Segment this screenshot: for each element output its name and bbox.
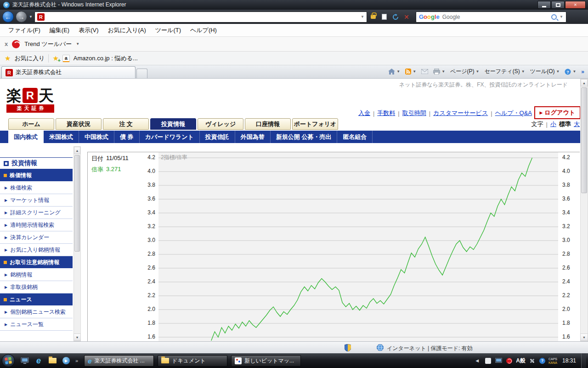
chart-plot-area[interactable]: 2指標/倍率 [158, 152, 558, 341]
minimize-button[interactable] [537, 1, 551, 9]
nav-bonds[interactable]: 債 券 [114, 131, 140, 143]
quick-launch-ie-icon[interactable]: e [33, 355, 44, 366]
nav-anonymous-partnership[interactable]: 匿名組合 [337, 131, 373, 143]
sidebar-item-stock-news-search[interactable]: ▶個別銘柄ニュース検索 [0, 306, 73, 318]
command-bar-overflow-chevron[interactable]: » [581, 69, 584, 75]
safety-menu[interactable]: セーフティ(S)▼ [485, 68, 525, 75]
nav-china-stocks[interactable]: 中国株式 [79, 131, 114, 143]
start-button[interactable] [1, 354, 15, 368]
quick-launch-overflow-chevron[interactable]: » [75, 358, 78, 363]
menu-tools[interactable]: ツール(T) [151, 26, 186, 34]
menu-view[interactable]: 表示(V) [74, 26, 103, 34]
forward-button[interactable]: → [16, 11, 27, 23]
tools-menu[interactable]: ツール(O)▼ [530, 68, 560, 75]
compatibility-view-icon[interactable] [380, 12, 389, 22]
address-field[interactable]: R ▼ [34, 12, 367, 23]
nav-forex[interactable]: 外国為替 [235, 131, 271, 143]
page-vertical-scrollbar[interactable]: ▲ ▼ [580, 79, 588, 341]
taskbar-button-documents[interactable]: ドキュメント [158, 355, 227, 367]
tab-home[interactable]: ホーム [8, 118, 54, 130]
close-button[interactable]: × [565, 1, 586, 9]
tab-assets[interactable]: 資産状況 [56, 118, 102, 130]
address-input[interactable] [47, 13, 358, 21]
stop-button[interactable]: ✕ [402, 12, 411, 22]
scroll-up-arrow[interactable]: ▲ [581, 79, 588, 86]
sidebar-item-screening[interactable]: ▶詳細スクリーニング [0, 207, 73, 219]
quick-launch-desktop-icon[interactable] [19, 355, 30, 366]
link-customer-service[interactable]: カスタマーサービス [433, 109, 488, 117]
tray-expand-chevron[interactable]: ◀ [475, 358, 479, 363]
taskbar-button-ie[interactable]: e 楽天証券株式会社 ... [84, 355, 154, 367]
taskbar-clock[interactable]: 18:31 [562, 357, 576, 364]
ime-help-icon[interactable]: ? [539, 358, 545, 364]
tab-portfolio[interactable]: ポートフォリオ [292, 118, 338, 130]
trend-toolbar-label[interactable]: Trend ツールバー [24, 40, 72, 48]
tab-village[interactable]: ヴィレッジ [198, 118, 243, 130]
scroll-down-arrow[interactable]: ▼ [580, 334, 588, 341]
link-trading-hours[interactable]: 取引時間 [402, 109, 426, 117]
menu-help[interactable]: ヘルプ(H) [186, 26, 221, 34]
font-size-small[interactable]: 小 [550, 120, 556, 128]
recent-pages-dropdown[interactable]: ▼ [29, 15, 33, 19]
font-size-normal[interactable]: 標準 [559, 120, 571, 128]
show-desktop-button[interactable] [581, 353, 586, 368]
favorites-button[interactable]: お気に入り [14, 54, 45, 63]
tray-tools-icon[interactable] [529, 357, 536, 364]
tab-orders[interactable]: 注 文 [103, 118, 149, 130]
search-box[interactable]: Google Google ▼ [416, 12, 566, 23]
ime-mode-indicator[interactable]: A般 [516, 357, 526, 365]
menu-favorites[interactable]: お気に入り(A) [103, 26, 151, 34]
close-toolbar-button[interactable]: x [5, 40, 8, 47]
tray-display-icon[interactable] [495, 357, 502, 364]
tray-keyboard-icon[interactable] [484, 357, 492, 364]
feeds-button[interactable]: ▼ [405, 69, 416, 75]
taskbar-button-bitmap[interactable]: 新しいビットマッ... [231, 355, 301, 367]
browser-tab[interactable]: R 楽天証券株式会社 [1, 66, 136, 78]
link-fees[interactable]: 手数料 [377, 109, 395, 117]
nav-ipo[interactable]: 新規公開 公募・売出 [271, 131, 338, 143]
search-icon[interactable] [551, 14, 557, 20]
scroll-down-arrow[interactable]: ▼ [74, 334, 81, 341]
refresh-button[interactable] [391, 12, 400, 22]
sidebar-item-favorite-stocks[interactable]: ▶お気に入り銘柄情報 [0, 244, 73, 256]
page-menu[interactable]: ページ(P)▼ [450, 68, 479, 75]
menu-edit[interactable]: 編集(E) [45, 26, 74, 34]
nav-covered-warrants[interactable]: カバードワラント [140, 131, 200, 143]
address-dropdown-icon[interactable]: ▼ [361, 15, 364, 19]
quick-launch-folder-icon[interactable] [47, 355, 58, 366]
sidebar-item-nonhandled-stocks[interactable]: ▶非取扱銘柄 [0, 281, 73, 293]
nav-domestic-stocks[interactable]: 国内株式 [8, 131, 44, 143]
menu-file[interactable]: ファイル(F) [4, 26, 45, 34]
trend-dropdown-icon[interactable]: ▼ [76, 42, 79, 46]
help-menu[interactable]: ? ▼ [565, 69, 576, 75]
sidebar-item-caution-stocks[interactable]: お取引注意銘柄情報 [0, 256, 73, 269]
sidebar-item-market-info[interactable]: ▶マーケット情報 [0, 194, 73, 207]
tab-account-info[interactable]: 口座情報 [245, 118, 291, 130]
read-mail-button[interactable] [421, 69, 428, 74]
quick-launch-media-icon[interactable]: ▶ [61, 355, 72, 366]
scrollbar-thumb[interactable] [581, 87, 587, 193]
sidebar-item-news[interactable]: ニュース [0, 293, 73, 306]
font-size-large[interactable]: 大 [574, 120, 580, 128]
search-options-dropdown[interactable]: ▼ [560, 15, 563, 19]
sidebar-vertical-scrollbar[interactable]: ▲ ▼ [74, 146, 81, 341]
tab-investment-info[interactable]: 投資情報 [150, 118, 196, 130]
scroll-up-arrow[interactable]: ▲ [74, 147, 80, 154]
sidebar-item-stock-details[interactable]: ▶銘柄情報 [0, 269, 73, 281]
maximize-button[interactable] [551, 1, 565, 9]
sidebar-item-news-list[interactable]: ▶ニュース一覧 [0, 318, 73, 331]
nav-investment-trusts[interactable]: 投資信託 [200, 131, 235, 143]
new-tab-button[interactable] [136, 69, 147, 78]
print-button[interactable]: ▼ [433, 69, 445, 75]
back-button[interactable]: ← [2, 11, 14, 23]
link-help-qa[interactable]: ヘルプ・Q&A [495, 109, 532, 117]
sidebar-item-disclosure-search[interactable]: ▶適時開示情報検索 [0, 219, 73, 231]
home-button[interactable]: ▼ [388, 69, 400, 75]
add-favorite-icon[interactable]: ★ [52, 55, 58, 62]
favorite-item-amazon[interactable]: Amazon.co.jp : 悩める... [74, 54, 138, 63]
sidebar-item-earnings-calendar[interactable]: ▶決算カレンダー [0, 231, 73, 244]
nav-us-stocks[interactable]: 米国株式 [44, 131, 79, 143]
sidebar-item-stock-search[interactable]: ▶株価検索 [0, 182, 73, 194]
tray-trend-micro-icon[interactable] [505, 357, 513, 364]
link-deposit[interactable]: 入金 [358, 109, 370, 117]
